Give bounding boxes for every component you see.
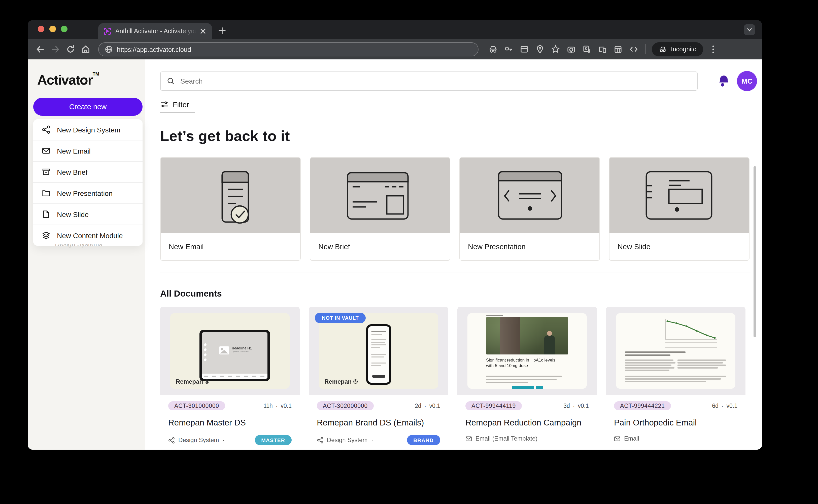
campaign-photo xyxy=(486,317,568,354)
filter-control: Filter xyxy=(160,100,195,113)
document-type-row: Design System · MASTER xyxy=(168,435,292,445)
document-version: v0.1 xyxy=(578,403,589,409)
logo-tm: TM xyxy=(93,71,99,77)
filter-button[interactable]: Filter xyxy=(160,100,195,113)
browser-tab[interactable]: Anthill Activator - Activate you xyxy=(98,23,212,39)
quick-card-label: New Email xyxy=(161,233,300,260)
menu-item-new-presentation[interactable]: New Presentation xyxy=(33,183,142,204)
folder-icon xyxy=(42,189,50,197)
document-title: Remepan Master DS xyxy=(168,418,292,427)
tab-close-icon[interactable] xyxy=(199,27,207,35)
document-id-pill: ACT-302000000 xyxy=(317,401,374,410)
quick-start-cards: New Email xyxy=(160,157,762,261)
archive-box-icon xyxy=(42,168,50,176)
key-extension-icon[interactable] xyxy=(503,44,514,55)
document-card-remepan-brand-ds[interactable]: NOT IN VAULT xyxy=(309,307,448,450)
quick-card-new-email[interactable]: New Email xyxy=(160,157,301,261)
quick-card-label: New Presentation xyxy=(460,233,599,260)
master-badge: MASTER xyxy=(255,435,292,445)
wallet-extension-icon[interactable] xyxy=(519,44,530,55)
url-text: https://app.activator.cloud xyxy=(117,46,191,53)
app-logo: ActivatorTM xyxy=(37,71,145,88)
quick-card-new-presentation[interactable]: New Presentation xyxy=(460,157,600,261)
envelope-icon xyxy=(614,435,621,442)
location-pin-extension-icon[interactable] xyxy=(535,44,546,55)
site-info-icon[interactable] xyxy=(105,45,113,53)
new-tab-button[interactable] xyxy=(218,27,226,35)
menu-item-new-design-system[interactable]: New Design System xyxy=(33,119,142,140)
tab-search-chevron-icon[interactable] xyxy=(744,24,755,35)
share-icon xyxy=(168,437,175,443)
menu-item-new-brief[interactable]: New Brief xyxy=(33,162,142,183)
reload-icon[interactable] xyxy=(64,43,77,56)
document-card-pain-orthopedic-email[interactable]: ACT-999444221 6d·v0.1 Pain Orthopedic Em… xyxy=(606,307,745,450)
document-card-remepan-master-ds[interactable]: Headline H1Optional Subheader Remepan ® xyxy=(160,307,300,450)
forward-icon[interactable] xyxy=(49,43,62,56)
occluded-sidebar-item: Design Systems xyxy=(33,244,142,248)
document-id-pill: ACT-999444221 xyxy=(614,401,671,410)
search-icon xyxy=(167,77,175,85)
code-extension-icon[interactable] xyxy=(628,44,639,55)
brand-label: Remepan ® xyxy=(176,378,209,385)
menu-item-new-email[interactable]: New Email xyxy=(33,140,142,162)
brief-illustration xyxy=(310,158,450,233)
document-version: v0.1 xyxy=(727,403,738,409)
search-input[interactable] xyxy=(179,77,691,86)
devices-extension-icon[interactable] xyxy=(597,44,608,55)
home-icon[interactable] xyxy=(79,43,92,56)
presentation-illustration xyxy=(460,158,599,233)
section-divider xyxy=(160,272,751,272)
screen: Anthill Activator - Activate you xyxy=(0,0,818,504)
quick-card-new-slide[interactable]: New Slide xyxy=(609,157,750,261)
camera-extension-icon[interactable] xyxy=(566,44,577,55)
translate-extension-icon[interactable] xyxy=(581,44,592,55)
thumb-headline: Headline H1Optional Subheader xyxy=(232,346,252,352)
type-dot: · xyxy=(222,437,224,444)
meta-dot: · xyxy=(425,403,427,409)
email-illustration xyxy=(161,158,300,233)
close-window-button[interactable] xyxy=(38,26,44,32)
incognito-icon xyxy=(658,45,667,54)
document-type-row: Email xyxy=(614,435,737,442)
tablet-mockup: Headline H1Optional Subheader xyxy=(199,330,270,381)
envelope-icon xyxy=(466,435,472,442)
create-new-button[interactable]: Create new xyxy=(33,98,142,116)
incognito-extension-icon[interactable] xyxy=(488,44,499,55)
sidebar: ActivatorTM Create new New Design System… xyxy=(28,59,145,450)
not-in-vault-badge: NOT IN VAULT xyxy=(315,313,366,323)
type-dot: · xyxy=(371,437,373,444)
back-icon[interactable] xyxy=(34,43,47,56)
document-version: v0.1 xyxy=(430,403,441,409)
person-figure xyxy=(544,335,555,354)
quick-card-new-brief[interactable]: New Brief xyxy=(310,157,450,261)
search-bar[interactable] xyxy=(160,71,698,91)
document-id-pill: ACT-301000000 xyxy=(168,401,225,410)
user-avatar[interactable]: MC xyxy=(737,71,757,91)
table-extension-icon[interactable] xyxy=(613,44,624,55)
document-type: Design System xyxy=(178,437,219,444)
document-thumbnail: Significant reduction in HbA1c levels wi… xyxy=(458,307,597,395)
minimize-window-button[interactable] xyxy=(49,26,56,32)
notifications-bell-icon[interactable] xyxy=(718,75,730,88)
menu-item-new-slide[interactable]: New Slide xyxy=(33,204,142,225)
thumb-chart xyxy=(660,317,719,348)
star-extension-icon[interactable] xyxy=(550,44,561,55)
layers-icon xyxy=(42,231,50,240)
tab-strip: Anthill Activator - Activate you xyxy=(28,20,762,39)
fullscreen-window-button[interactable] xyxy=(61,26,67,32)
quick-card-label: New Slide xyxy=(610,233,749,260)
phone-mockup xyxy=(366,324,391,385)
section-title-back: Let’s get back to it xyxy=(160,128,762,145)
page-scrollbar[interactable] xyxy=(754,166,756,337)
incognito-label: Incognito xyxy=(671,46,696,53)
slide-illustration xyxy=(610,158,749,233)
brand-label: Remepan ® xyxy=(324,378,357,385)
document-type: Design System xyxy=(327,437,367,444)
filter-label: Filter xyxy=(173,100,189,109)
document-card-remepan-reduction-campaign[interactable]: Significant reduction in HbA1c levels wi… xyxy=(458,307,597,450)
browser-menu-icon[interactable] xyxy=(708,44,718,55)
menu-item-new-content-module[interactable]: New Content Module xyxy=(33,225,142,246)
address-bar[interactable]: https://app.activator.cloud xyxy=(98,42,479,56)
document-age: 6d xyxy=(712,403,719,409)
document-version: v0.1 xyxy=(281,403,292,409)
